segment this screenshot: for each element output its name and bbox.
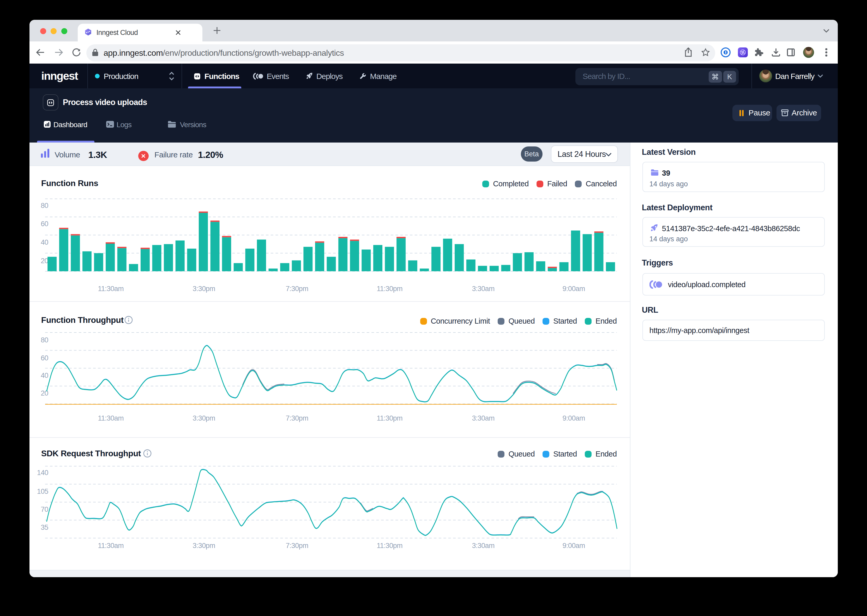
svg-text:3:30am: 3:30am bbox=[472, 414, 495, 422]
svg-text:7:30pm: 7:30pm bbox=[286, 285, 308, 292]
svg-text:140: 140 bbox=[37, 469, 48, 476]
svg-text:60: 60 bbox=[41, 220, 48, 228]
svg-text:60: 60 bbox=[41, 354, 48, 362]
svg-text:35: 35 bbox=[41, 523, 48, 531]
svg-text:80: 80 bbox=[41, 202, 48, 209]
svg-text:7:30pm: 7:30pm bbox=[286, 414, 308, 422]
svg-text:105: 105 bbox=[37, 487, 48, 495]
svg-text:20: 20 bbox=[41, 257, 48, 265]
svg-text:3:30pm: 3:30pm bbox=[193, 542, 215, 550]
svg-text:11:30pm: 11:30pm bbox=[377, 285, 402, 292]
svg-text:40: 40 bbox=[41, 239, 48, 246]
svg-text:70: 70 bbox=[41, 506, 48, 513]
svg-text:40: 40 bbox=[41, 372, 48, 379]
svg-text:9:00am: 9:00am bbox=[563, 542, 585, 550]
svg-text:9:00am: 9:00am bbox=[563, 414, 585, 422]
svg-text:11:30am: 11:30am bbox=[98, 542, 124, 550]
svg-text:11:30pm: 11:30pm bbox=[377, 414, 402, 422]
svg-text:7:30pm: 7:30pm bbox=[286, 542, 308, 550]
svg-text:11:30pm: 11:30pm bbox=[377, 542, 402, 550]
svg-text:3:30pm: 3:30pm bbox=[193, 414, 215, 422]
svg-text:9:00am: 9:00am bbox=[563, 285, 585, 292]
svg-text:3:30am: 3:30am bbox=[472, 285, 495, 292]
svg-text:11:30am: 11:30am bbox=[98, 285, 124, 292]
svg-text:80: 80 bbox=[41, 336, 48, 344]
svg-text:3:30am: 3:30am bbox=[472, 542, 495, 550]
svg-text:11:30am: 11:30am bbox=[98, 414, 124, 422]
svg-text:3:30pm: 3:30pm bbox=[193, 285, 215, 292]
